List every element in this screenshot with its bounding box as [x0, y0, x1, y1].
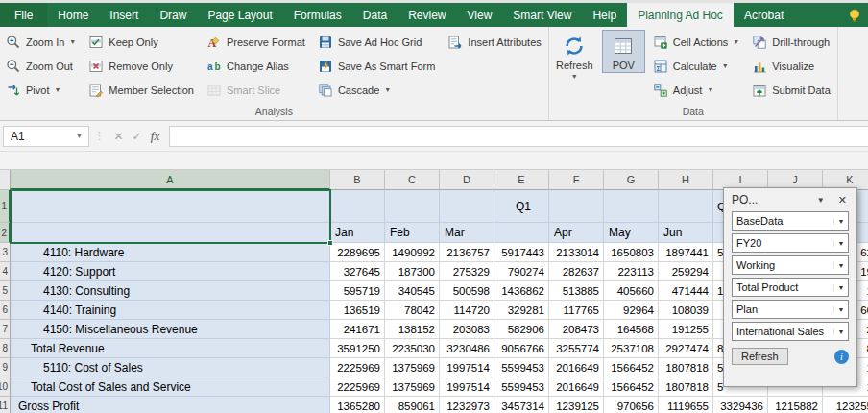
tab-insert[interactable]: Insert	[99, 3, 149, 27]
row-label-4120-support[interactable]: 4120: Support	[11, 262, 330, 281]
pov-close-icon[interactable]: ✕	[838, 194, 849, 206]
cell-e4[interactable]: 790274	[494, 262, 549, 281]
cell-c9[interactable]: 1375969	[385, 358, 440, 377]
pov-button[interactable]: POV	[602, 30, 645, 73]
cell-actions-button[interactable]: Cell Actions▼	[650, 32, 742, 52]
cell-d1[interactable]	[440, 190, 494, 223]
cell-f11[interactable]: 1239125	[549, 397, 604, 413]
cell-b3[interactable]: 2289695	[330, 243, 385, 262]
cancel-icon[interactable]: ✕	[109, 130, 128, 143]
cell-g7[interactable]: 164568	[604, 320, 659, 339]
cell-h7[interactable]: 191255	[659, 320, 713, 339]
cell-b9[interactable]: 2225969	[330, 358, 385, 377]
cell-e5[interactable]: 1436862	[494, 281, 549, 301]
cell-d11[interactable]: 1232973	[440, 397, 494, 413]
cell-f2[interactable]: Apr	[549, 223, 604, 243]
tab-smart-view[interactable]: Smart View	[502, 3, 582, 27]
row-label-4140-training[interactable]: 4140: Training	[11, 301, 330, 320]
row-header-10[interactable]: 10	[0, 377, 11, 397]
cell-d2[interactable]: Mar	[440, 223, 494, 243]
cell-b5[interactable]: 595719	[330, 281, 385, 301]
cell-g8[interactable]: 2537108	[604, 339, 659, 358]
cell-c5[interactable]: 340545	[385, 281, 440, 301]
row-label-gross-profit[interactable]: Gross Profit	[11, 397, 330, 413]
change-alias-button[interactable]: abChange Alias	[204, 56, 308, 76]
cell-e1[interactable]: Q1	[494, 190, 549, 223]
cell-h11[interactable]: 1119655	[659, 397, 713, 413]
cell-f10[interactable]: 2016649	[549, 377, 604, 397]
cell-b8[interactable]: 3591250	[330, 339, 385, 358]
row-header-3[interactable]: 3	[0, 243, 11, 262]
cell-e11[interactable]: 3457314	[494, 397, 549, 413]
row-label-total-revenue[interactable]: Total Revenue	[11, 339, 330, 358]
select-all-corner[interactable]	[0, 170, 11, 190]
name-box-dropdown-icon[interactable]: ▼	[70, 133, 88, 139]
cell-h6[interactable]: 108039	[659, 301, 713, 320]
remove-only-button[interactable]: Remove Only	[85, 56, 197, 76]
combo-dropdown-icon[interactable]: ▼	[833, 306, 848, 313]
smart-slice-button[interactable]: Smart Slice	[204, 80, 308, 100]
column-header-h[interactable]: H	[659, 170, 713, 190]
cell-e7[interactable]: 582906	[494, 320, 549, 339]
row-label-5110-cost-of-sales[interactable]: 5110: Cost of Sales	[11, 358, 330, 377]
cell-c6[interactable]: 78042	[385, 301, 440, 320]
enter-icon[interactable]: ✓	[128, 130, 146, 143]
cell-f8[interactable]: 3255774	[549, 339, 604, 358]
combo-dropdown-icon[interactable]: ▼	[833, 218, 848, 225]
pov-dimension-select-fy20[interactable]: FY20▼	[732, 233, 849, 253]
cell-g5[interactable]: 405660	[604, 281, 659, 301]
row-header-2[interactable]: 2	[0, 223, 11, 243]
tab-view[interactable]: View	[457, 3, 503, 27]
cell-d9[interactable]: 1997514	[440, 358, 494, 377]
cell-b1[interactable]	[330, 190, 385, 223]
tab-file[interactable]: File	[0, 3, 47, 27]
cell-g9[interactable]: 1566452	[604, 358, 659, 377]
visualize-button[interactable]: Visualize	[749, 56, 833, 76]
cell-g1[interactable]	[604, 190, 659, 223]
cell-e9[interactable]: 5599453	[494, 358, 549, 377]
pov-dimension-select-plan[interactable]: Plan▼	[732, 300, 849, 319]
cell-h10[interactable]: 1807818	[659, 377, 713, 397]
insert-attributes-button[interactable]: Insert Attributes	[445, 32, 543, 52]
cell-c10[interactable]: 1375969	[385, 377, 440, 397]
cell-c4[interactable]: 187300	[385, 262, 440, 281]
cell-e6[interactable]: 329281	[494, 301, 549, 320]
cell-h9[interactable]: 1807818	[659, 358, 713, 377]
cell-b2[interactable]: Jan	[330, 223, 385, 243]
tab-page-layout[interactable]: Page Layout	[197, 3, 282, 27]
row-label-4110-hardware[interactable]: 4110: Hardware	[11, 243, 330, 262]
row-header-9[interactable]: 9	[0, 358, 11, 377]
cell-e3[interactable]: 5917443	[494, 243, 549, 262]
combo-dropdown-icon[interactable]: ▼	[833, 262, 848, 269]
cell-a2[interactable]	[11, 223, 330, 243]
cell-d3[interactable]: 2136757	[440, 243, 494, 262]
cell-b10[interactable]: 2225969	[330, 377, 385, 397]
save-ad-hoc-grid-button[interactable]: Save Ad Hoc Grid	[315, 32, 438, 52]
cell-c3[interactable]: 1490992	[385, 243, 440, 262]
combo-dropdown-icon[interactable]: ▼	[833, 240, 848, 247]
column-header-a[interactable]: A	[11, 170, 330, 190]
tab-help[interactable]: Help	[582, 3, 627, 27]
cell-h2[interactable]: Jun	[659, 223, 713, 243]
cell-g2[interactable]: May	[604, 223, 659, 243]
cell-c7[interactable]: 138152	[385, 320, 440, 339]
refresh-button[interactable]: Refresh▼	[553, 30, 596, 82]
cell-g6[interactable]: 92964	[604, 301, 659, 320]
column-header-g[interactable]: G	[604, 170, 659, 190]
cell-c11[interactable]: 859061	[385, 397, 440, 413]
save-as-smart-form-button[interactable]: Save As Smart Form	[315, 56, 438, 76]
pov-dimension-select-international-sales[interactable]: International Sales▼	[732, 322, 849, 341]
zoom-out-button[interactable]: Zoom Out	[3, 56, 79, 76]
row-header-6[interactable]: 6	[0, 301, 11, 320]
tab-home[interactable]: Home	[47, 3, 99, 27]
drill-through-button[interactable]: Drill-through	[749, 32, 833, 52]
cell-j11[interactable]: 1215882	[768, 397, 823, 413]
tell-me-lightbulb[interactable]	[841, 3, 868, 27]
cell-h4[interactable]: 259294	[659, 262, 713, 281]
cell-g3[interactable]: 1650803	[604, 243, 659, 262]
pov-dimension-select-total-product[interactable]: Total Product▼	[732, 278, 849, 297]
cell-h8[interactable]: 2927474	[659, 339, 713, 358]
cell-k11[interactable]: 123255	[823, 397, 868, 413]
tab-review[interactable]: Review	[398, 3, 456, 27]
column-header-b[interactable]: B	[330, 170, 385, 190]
